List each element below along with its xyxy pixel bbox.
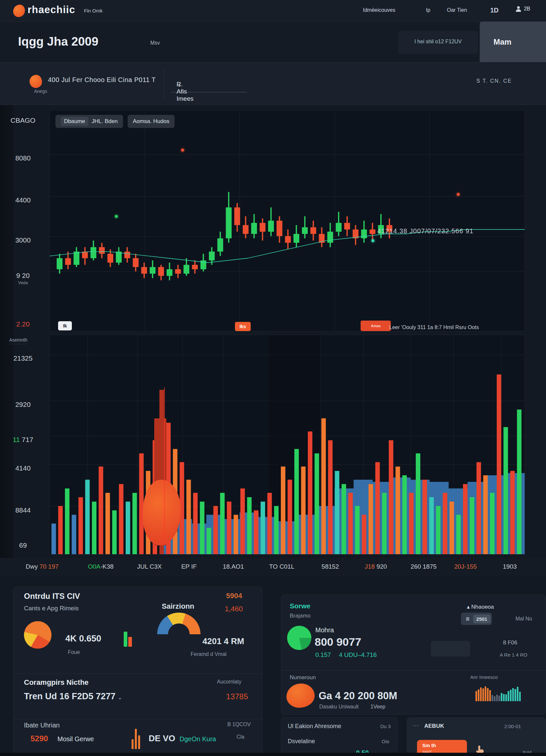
gauge-value: 4201 4 RM [202,636,244,646]
y-axis-tick: 9 20Veda [0,272,46,285]
compare-accent: 13785 [226,692,248,701]
chart-mark [308,431,312,554]
ticker-bar: 400 Jul Fer Chooo Eili Cina P011 T Anegs… [0,62,546,105]
sparkline-bar [512,688,514,701]
volume-chart[interactable] [49,335,525,555]
nhaoeoa-link[interactable]: ▴ Nhaoeoa [467,603,494,610]
ibate-accent: 5290 [31,734,48,743]
legend-badge-iks[interactable]: Iks [235,322,251,331]
chart1-tabs: Dbaume JHL. Bden Aomsa. Hudos [55,115,175,128]
user-menu[interactable]: 2B [516,5,535,16]
chart-mark [368,484,373,554]
sparkline-bar [503,694,505,701]
y-axis-tick: 4140 [0,464,46,472]
footer-right-card: ··· AEBUK 2:00-01 Sm th SWT Edd [407,717,546,756]
chart-mark [267,493,272,554]
page-hint: Msv [150,40,160,46]
sparkline-bar [498,696,500,701]
sparkline-bar [517,687,518,701]
chart2-y-axis: Asemnth 21325292011 7174140884469 [0,335,49,555]
chart-mark [139,453,144,554]
ticker-subtitle: Anegs [34,89,47,94]
brand-logo-icon [13,5,25,17]
stat-bottom: 1,460 [225,605,243,613]
chart-mark [241,489,245,554]
chart-mark [281,467,285,554]
tab-overlay-1[interactable]: Dbaume JHL. Bden [55,115,123,128]
nav-item-3[interactable]: Oar Tien [447,7,467,13]
sparkline-bar [505,694,507,701]
sparkline-bar [478,689,479,701]
numeroun-right: Anr Imeesco [470,674,498,680]
x-axis-label: 260 1875 [410,563,436,570]
ticker-symbol: 400 Jul Fer Chooo Eili Cina P011 T [48,76,156,84]
chart-mark [429,497,434,554]
chart-mark [342,484,346,554]
chart-mark [227,502,231,554]
chart-mark [186,480,191,554]
y-axis-tick: 3000 [0,236,46,244]
chart-mark [416,453,420,554]
item-label: Mohra [315,626,334,634]
divider [164,68,164,99]
chevron-down-icon: ⌄ [118,695,122,700]
status-text: I hei shil o12 F12UV [398,39,478,45]
top-nav: rhaechiic Fin Omk Idmëeicouves Ip Oar Ti… [0,0,546,22]
x-axis-label: 18.AO1 [223,563,244,570]
price-chart[interactable]: Dbaume JHL. Bden Aomsa. Hudos 41214.38 J… [49,110,525,331]
chart-mark [65,489,70,554]
view-toggle[interactable]: ≣ 2501 [461,613,492,625]
y-axis-tick: 8844 [0,506,46,514]
sparkline-bar [482,688,484,701]
time-label: 2:00-01 [504,724,521,729]
overflow-menu-icon[interactable]: ··· [412,722,419,729]
placeholder-button[interactable] [431,641,470,657]
compare-title: Coramgpirs Nicthe [24,678,89,687]
toggle-right-label[interactable]: Mal No [515,616,532,622]
period-dropdown[interactable]: Tren Ud 16 F2D5 7277 ⌄ [24,691,122,702]
card-subtitle: Brajamo [290,613,310,619]
chart-mark [126,502,130,554]
chart-mark [503,427,508,554]
teal-stat-2: 4 UDU–4.716 [339,651,377,659]
brand-tagline: Fin Omk [84,8,103,13]
axis-header: Asemnth [9,337,27,344]
y-axis-tick: 69 [0,541,46,549]
card-title: Sorwe [290,602,310,610]
numeroun-sub: Dasaku Uniwault [319,704,359,710]
x-axis-label: J18 920 [365,563,387,570]
chart-mark [105,493,110,554]
row-label-2: Dsvelaline [288,738,315,745]
legend-badge-ik[interactable]: Ik [58,321,72,330]
tab-segment[interactable]: Dbaume [61,117,88,126]
nav-item-2[interactable]: Ip [426,7,430,13]
tab-segment[interactable]: JHL. Bden [92,118,117,125]
chart-mark [72,515,76,554]
alert-badge[interactable]: Amas [361,321,391,331]
chart-mark [247,497,252,554]
chart-mark [402,475,407,554]
row-value-1: Du 3 [380,724,391,729]
nav-item-timeframe[interactable]: 1D [490,7,499,14]
x-axis-label: 20J-155 [454,563,477,570]
chart-mark [483,475,488,554]
nav-item-1[interactable]: Idmëeicouves [363,7,395,13]
chart-mark [476,462,481,554]
chart-mark [497,374,501,554]
data-point-dot [181,149,184,152]
scale-icon[interactable]: ≣ [462,614,473,623]
toggle-selected[interactable]: 2501 [473,615,491,623]
sparkline-bar [489,690,491,701]
sparkline-bar [510,690,512,701]
chart-mark [362,515,367,554]
x-axis: Dwy 70 197O0A-K38JUL C3XEP IF18.AO1TO C0… [0,558,546,576]
gauge-sub: Feramd d Vmal [191,651,226,657]
indices-dropdown[interactable]: R. Afis Imees ⌄ [171,74,247,93]
tab-overlay-2[interactable]: Aomsa. Hudos [128,115,175,128]
main-action-button[interactable]: Mam [480,22,546,62]
main-action-label: Mam [493,37,512,47]
chart-mark [389,440,393,554]
footer-left-card: Ul Eakion Ahresome Du 3 Dsvelaline Oio 0… [281,717,398,756]
y-axis-tick: 11 717 [0,436,46,444]
chart-footer-note: Leer 'Oouly 311 1a 8:7 Hmil Rsru Oots [389,325,479,330]
